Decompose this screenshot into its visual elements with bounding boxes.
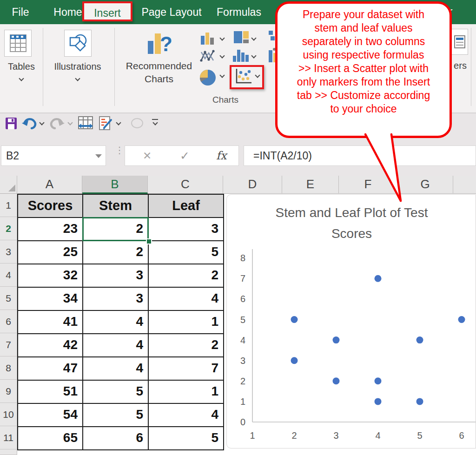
cell-C7[interactable]: 2 (148, 333, 224, 356)
recommended-charts-icon: ? (147, 51, 172, 59)
cell-B4[interactable]: 3 (82, 264, 148, 287)
table-button[interactable] (4, 30, 32, 57)
pie-chart-chevron-down-icon[interactable] (220, 73, 224, 78)
cell-B9[interactable]: 5 (82, 380, 148, 403)
cell-B11[interactable]: 6 (82, 426, 148, 450)
column-header-B[interactable]: B (82, 176, 148, 194)
insert-column-chart-button[interactable] (200, 32, 216, 46)
cell-A9[interactable]: 51 (17, 380, 82, 403)
cell-B5[interactable]: 3 (82, 287, 148, 310)
formula-bar-splitter[interactable]: ⋮ (115, 148, 124, 152)
tab-page-layout[interactable]: Page Layout (138, 0, 205, 24)
cell-A8[interactable]: 47 (17, 356, 82, 380)
undo-button[interactable] (21, 117, 37, 132)
line-chart-chevron-down-icon[interactable] (220, 54, 224, 58)
hierarchy-chart-chevron-down-icon[interactable] (251, 36, 256, 40)
scatter-chart[interactable]: Stem and Leaf Plot of Test Scores 012345… (226, 194, 476, 448)
row-header-4[interactable]: 4 (0, 264, 17, 287)
column-width-button[interactable] (78, 116, 93, 133)
cell-A2[interactable]: 23 (17, 217, 82, 240)
tab-formulas[interactable]: Formulas (212, 0, 266, 24)
tab-insert[interactable]: Insert (82, 1, 132, 21)
cell-B1[interactable]: Stem (82, 194, 148, 217)
statistic-chart-chevron-down-icon[interactable] (251, 54, 256, 58)
cell-A4[interactable]: 32 (17, 264, 82, 287)
callout-line: tab >> Customize according (278, 89, 450, 102)
insert-pie-chart-button[interactable] (199, 69, 217, 88)
column-chart-chevron-down-icon[interactable] (220, 36, 224, 40)
cell-B3[interactable]: 2 (82, 240, 148, 264)
row-header-2[interactable]: 2 (0, 217, 17, 240)
illustrations-group-label[interactable]: Illustrations (49, 61, 106, 72)
cell-C8[interactable]: 7 (148, 356, 224, 380)
illustrations-chevron-down-icon[interactable] (75, 77, 79, 81)
cell-A7[interactable]: 42 (17, 333, 82, 356)
oval-shape-button[interactable] (131, 118, 144, 131)
cell-C4[interactable]: 2 (148, 264, 224, 287)
cell-C1[interactable]: Leaf (148, 194, 224, 217)
column-header-C[interactable]: C (148, 176, 223, 194)
name-box-dropdown-icon[interactable] (95, 154, 102, 158)
select-all-button[interactable] (0, 176, 17, 194)
cell-A3[interactable]: 25 (17, 240, 82, 264)
row-header-7[interactable]: 7 (0, 333, 17, 356)
cell-B7[interactable]: 4 (82, 333, 148, 356)
column-header-E[interactable]: E (282, 176, 339, 194)
enter-check-icon[interactable]: ✓ (180, 149, 190, 163)
column-header-D[interactable]: D (223, 176, 282, 194)
insert-statistic-chart-button[interactable] (232, 48, 249, 64)
row-header-6[interactable]: 6 (0, 310, 17, 333)
column-header-partial[interactable] (453, 176, 476, 194)
tables-chevron-down-icon[interactable] (19, 77, 23, 81)
cell-A11[interactable]: 65 (17, 426, 82, 450)
row-header-5[interactable]: 5 (0, 287, 17, 310)
redo-icon (49, 123, 65, 131)
row-header-11[interactable]: 11 (0, 426, 17, 449)
edit-form-chevron-down-icon[interactable] (116, 121, 120, 125)
cell-C9[interactable]: 1 (148, 380, 224, 403)
save-button[interactable] (5, 116, 17, 132)
row-header-1[interactable]: 1 (0, 194, 17, 217)
row-header-10[interactable]: 10 (0, 403, 17, 426)
cell-B10[interactable]: 5 (82, 403, 148, 426)
slicer-button[interactable] (451, 29, 468, 55)
recommended-charts-label-2[interactable]: Charts (122, 73, 196, 85)
selected-cell-outline[interactable] (82, 217, 149, 241)
row-header-partial[interactable] (0, 449, 17, 455)
undo-chevron-down-icon[interactable] (40, 121, 44, 125)
edit-form-button[interactable] (99, 116, 113, 133)
pie-chart-icon (199, 80, 217, 88)
recommended-charts-label-1[interactable]: Recommended (122, 60, 196, 72)
cell-C10[interactable]: 4 (148, 403, 224, 426)
cell-A10[interactable]: 54 (17, 403, 82, 426)
cell-C6[interactable]: 1 (148, 310, 224, 333)
column-header-A[interactable]: A (17, 176, 82, 194)
row-header-9[interactable]: 9 (0, 380, 17, 403)
fill-handle[interactable] (146, 238, 152, 244)
recommended-charts-button[interactable]: ? (147, 31, 172, 59)
tables-group-label[interactable]: Tables (0, 61, 43, 72)
insert-function-icon[interactable]: fx (216, 149, 226, 162)
cell-C3[interactable]: 5 (148, 240, 224, 264)
illustrations-button[interactable] (64, 30, 92, 57)
insert-line-chart-button[interactable] (200, 48, 216, 65)
scatter-highlight-box (230, 65, 264, 89)
cell-B8[interactable]: 4 (82, 356, 148, 380)
cell-C5[interactable]: 4 (148, 287, 224, 310)
tab-file[interactable]: File (7, 0, 34, 24)
cell-C11[interactable]: 5 (148, 426, 224, 450)
group-divider (471, 28, 471, 106)
cell-A6[interactable]: 41 (17, 310, 82, 333)
redo-chevron-down-icon[interactable] (68, 121, 72, 125)
redo-button[interactable] (49, 117, 65, 132)
insert-hierarchy-chart-button[interactable] (233, 31, 249, 46)
cell-B6[interactable]: 4 (82, 310, 148, 333)
svg-text:0: 0 (240, 417, 245, 427)
cell-A5[interactable]: 34 (17, 287, 82, 310)
cell-C2[interactable]: 3 (148, 217, 224, 240)
cancel-icon[interactable]: ✕ (143, 150, 152, 162)
row-header-8[interactable]: 8 (0, 356, 17, 380)
cell-A1[interactable]: Scores (17, 194, 82, 217)
name-box[interactable]: B2 (1, 145, 106, 166)
row-header-3[interactable]: 3 (0, 240, 17, 264)
